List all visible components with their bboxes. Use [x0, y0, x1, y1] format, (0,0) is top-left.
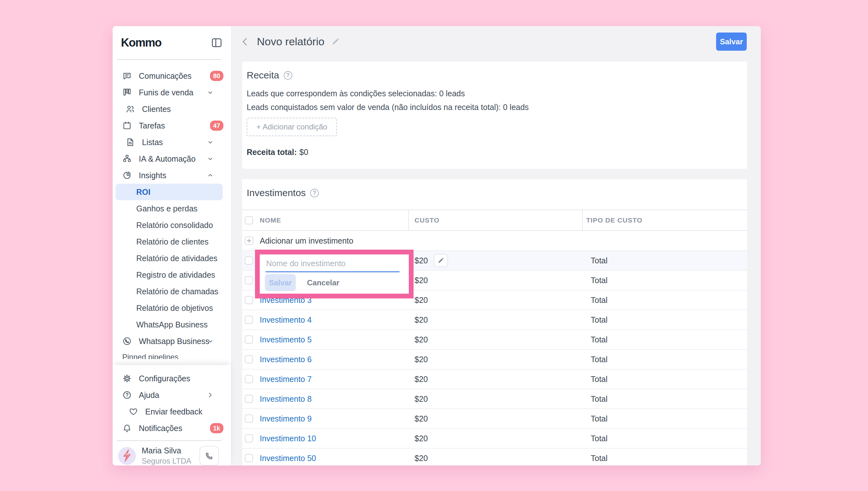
pie-chart-icon	[122, 171, 132, 180]
row-checkbox[interactable]	[245, 316, 253, 324]
column-divider	[408, 210, 409, 230]
investment-cost: $20	[414, 414, 428, 424]
popup-save-button[interactable]: Salvar	[265, 274, 296, 291]
receita-title-row: Receita ?	[247, 70, 292, 81]
collapse-sidebar-icon[interactable]	[211, 38, 222, 48]
sidebar-item-insights[interactable]: Insights	[113, 167, 231, 184]
sidebar-subitem-relatorio-de-atividades[interactable]: Relatório de atividades	[113, 250, 231, 266]
leads-won-text: Leads conquistados sem valor de venda (n…	[247, 103, 529, 112]
sidebar-subitem-registro-de-atividades[interactable]: Registro de atividades	[113, 266, 231, 283]
sidebar-item-whatsapp-business[interactable]: Whatsapp Business	[113, 333, 231, 349]
select-all-checkbox[interactable]	[245, 216, 253, 225]
row-checkbox[interactable]	[245, 414, 253, 423]
add-investment-label: Adicionar um investimento	[260, 236, 353, 245]
investment-cost: $20	[414, 295, 428, 305]
sidebar-subitem-relatorio-de-chamadas[interactable]: Relatório de chamadas	[113, 283, 231, 300]
row-checkbox[interactable]	[245, 434, 253, 442]
row-checkbox[interactable]	[245, 336, 253, 344]
investment-name-link[interactable]: Investimento 50	[260, 454, 316, 463]
chevron-down-icon	[206, 88, 215, 97]
table-row: Investimento 10 $20 Total	[242, 429, 747, 449]
sidebar-item-label: Clientes	[142, 105, 171, 114]
add-condition-button[interactable]: + Adicionar condição	[247, 118, 337, 136]
automation-flow-icon	[122, 154, 132, 164]
sidebar-header: Kommo	[113, 26, 231, 59]
sidebar-subitem-roi[interactable]: ROI	[115, 184, 223, 200]
user-profile[interactable]: Maria Silva Seguros LTDA	[113, 441, 231, 465]
row-checkbox[interactable]	[245, 276, 253, 284]
sidebar-item-funis-de-venda[interactable]: Funis de venda	[113, 84, 231, 101]
sidebar-item-comunicacoes[interactable]: Comunicações 80	[113, 67, 231, 84]
investment-cost-type: Total	[591, 395, 607, 404]
investment-name-link[interactable]: Investimento 9	[260, 414, 312, 424]
sidebar-item-label: Comunicações	[139, 71, 191, 81]
page-title: Novo relatório	[257, 35, 325, 48]
sidebar-subitem-relatorio-de-clientes[interactable]: Relatório de clientes	[113, 233, 231, 250]
investimentos-help-icon[interactable]: ?	[310, 189, 319, 197]
row-checkbox[interactable]	[245, 454, 253, 462]
sidebar-item-label: Configurações	[139, 374, 190, 383]
sidebar-item-ia-automacao[interactable]: IA & Automação	[113, 150, 231, 167]
chevron-up-icon	[206, 171, 215, 180]
sidebar-item-enviar-feedback[interactable]: Enviar feedback	[113, 403, 231, 420]
sidebar-item-label: Insights	[139, 171, 166, 180]
row-checkbox[interactable]	[245, 355, 253, 364]
sidebar-item-listas[interactable]: Listas	[113, 134, 231, 150]
chevron-down-icon	[206, 154, 215, 164]
investment-name-link[interactable]: Investimento 7	[260, 375, 312, 384]
investimentos-title-row: Investimentos ?	[247, 187, 319, 198]
table-row: Investimento 4 $20 Total	[242, 310, 747, 330]
save-report-button[interactable]: Salvar	[716, 32, 747, 51]
investimentos-section: Investimentos ? NOME CUSTO TIPO DE CUSTO…	[242, 179, 747, 465]
leads-conditions-text: Leads que correspondem às condições sele…	[247, 89, 465, 98]
chat-icon	[122, 71, 132, 81]
edit-cost-pencil-icon[interactable]	[434, 254, 448, 267]
investment-cost: $20	[414, 276, 428, 285]
sidebar-item-clientes[interactable]: Clientes	[113, 101, 231, 117]
row-checkbox[interactable]	[245, 296, 253, 304]
edit-title-pencil-icon[interactable]	[331, 37, 340, 46]
whatsapp-icon	[122, 336, 132, 346]
investment-name-link[interactable]: Investimento 10	[260, 434, 316, 443]
investment-name-link[interactable]: Investimento 5	[260, 335, 312, 344]
sidebar-item-label: Whatsapp Business	[139, 337, 209, 346]
chevron-down-icon	[206, 137, 215, 147]
sidebar-subitem-relatorio-consolidado[interactable]: Relatório consolidado	[113, 217, 231, 233]
investment-name-link[interactable]: Investimento 8	[260, 395, 312, 404]
sidebar-subitem-whatsapp-business[interactable]: WhatsApp Business	[113, 316, 231, 333]
table-row: Investimento 8 $20 Total	[242, 389, 747, 409]
investment-cost-type: Total	[591, 414, 607, 424]
investment-cost-type: Total	[591, 375, 607, 384]
bell-icon	[122, 424, 132, 433]
investment-cost-type: Total	[591, 454, 607, 463]
sidebar-item-label: Notificações	[139, 424, 182, 433]
investment-cost-type: Total	[591, 256, 607, 265]
user-company: Seguros LTDA	[142, 457, 199, 465]
row-checkbox[interactable]	[245, 395, 253, 403]
sidebar-item-tarefas[interactable]: Tarefas 47	[113, 117, 231, 134]
back-icon[interactable]	[241, 37, 249, 47]
chevron-right-icon	[206, 390, 215, 400]
sidebar-subitem-relatorio-de-objetivos[interactable]: Relatório de objetivos	[113, 300, 231, 316]
receita-help-icon[interactable]: ?	[284, 71, 292, 80]
sidebar-item-label: Funis de venda	[139, 88, 193, 97]
add-investment-row[interactable]: Adicionar um investimento	[242, 231, 747, 251]
investment-name-input[interactable]	[266, 257, 400, 272]
sidebar-subitem-ganhos-e-perdas[interactable]: Ganhos e perdas	[113, 200, 231, 217]
row-checkbox[interactable]	[245, 375, 253, 383]
receita-section: Receita ? Leads que correspondem às cond…	[242, 61, 747, 169]
phone-button[interactable]	[199, 446, 219, 465]
investimentos-title: Investimentos	[247, 187, 306, 198]
row-checkbox[interactable]	[245, 256, 253, 265]
investment-name-link[interactable]: Investimento 6	[260, 355, 312, 364]
column-header-nome: NOME	[260, 216, 281, 224]
sidebar-item-ajuda[interactable]: Ajuda	[113, 387, 231, 403]
sidebar-item-configuracoes[interactable]: Configurações	[113, 370, 231, 387]
investment-cost-cell: $20	[414, 254, 448, 267]
sidebar-item-notificacoes[interactable]: Notificações 1k	[113, 420, 231, 436]
popup-cancel-button[interactable]: Cancelar	[307, 274, 339, 291]
investment-name-link[interactable]: Investimento 4	[260, 315, 312, 324]
investment-cost-type: Total	[591, 295, 607, 305]
screenshot-stage: Kommo Comunicações 80	[0, 0, 868, 491]
user-name: Maria Silva	[142, 446, 199, 455]
